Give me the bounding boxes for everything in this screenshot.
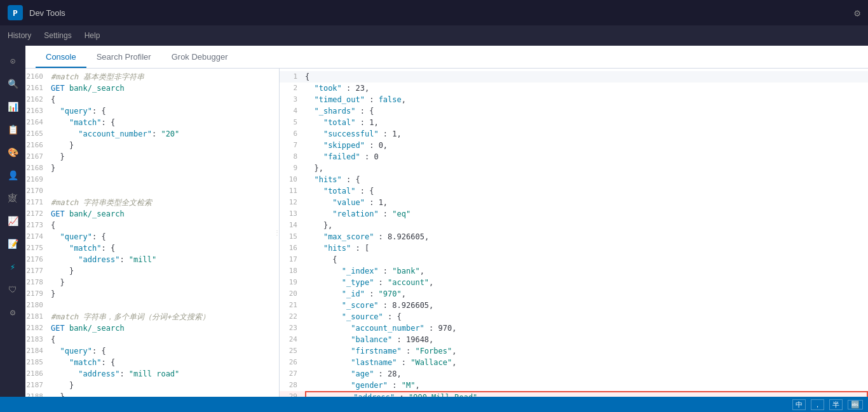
table-row: 10 "hits" : { [280,174,868,185]
table-row: 19 "_type" : "account", [280,277,868,288]
table-row: 18 "_index" : "bank", [280,265,868,277]
sidebar-icon-logs[interactable]: 📝 [3,234,23,254]
table-row: 2182 GET bank/_search [25,322,279,334]
table-row: 2176 "address": "mill" [25,254,279,265]
menu-bar: History Settings Help [0,25,868,46]
table-row: 4 "_shards" : { [280,105,868,117]
sidebar-icon-user[interactable]: 👤 [3,165,23,185]
table-row: 2174 "query": { [25,231,279,243]
table-row: 2183 { [25,334,279,345]
table-row: 11 "total" : { [280,185,868,197]
table-row: 1 { [280,71,868,83]
sidebar: ⊙ 🔍 📊 📋 🎨 👤 🕸 📈 📝 ⚡ 🛡 ⚙ [0,46,25,397]
table-row: 2163 "query": { [25,105,279,117]
sidebar-icon-apm[interactable]: 📈 [3,211,23,231]
tab-search-profiler[interactable]: Search Profiler [86,47,161,68]
table-row: 2162 { [25,94,279,105]
sidebar-icon-graph[interactable]: 🕸 [3,188,23,208]
table-row: 29 "address" : "990 Mill Road", [280,391,868,397]
table-row: 26 "lastname" : "Wallace", [280,357,868,368]
table-row: 2173 { [25,220,279,231]
table-row: 14 }, [280,220,868,231]
sidebar-icon-docs[interactable]: 📋 [3,119,23,140]
status-text[interactable]: 🔤 [848,400,863,409]
menu-help[interactable]: Help [85,29,100,43]
table-row: 2165 "account_number": "20" [25,128,279,140]
table-row: 2184 "query": { [25,345,279,357]
table-row: 27 "age" : 28, [280,368,868,380]
table-row: 2186 "address": "mill road" [25,368,279,380]
table-row: 5 "total" : 1, [280,117,868,128]
table-row: 2180 [25,300,279,311]
table-row: 2166 } [25,140,279,151]
status-comma[interactable]: ， [811,399,824,410]
table-row: 8 "failed" : 0 [280,151,868,163]
table-row: 2185 "match": { [25,357,279,368]
tab-console[interactable]: Console [36,47,86,68]
table-row: 16 "hits" : [ [280,243,868,254]
tab-grok-debugger[interactable]: Grok Debugger [161,47,238,68]
table-row: 2171 #match 字符串类型全文检索 [25,197,279,208]
sidebar-icon-shield[interactable]: 🛡 [3,279,23,300]
status-bar: 中 ， 半 🔤 [0,397,868,412]
table-row: 2177 } [25,265,279,277]
status-half[interactable]: 半 [829,399,843,410]
app-title: Dev Tools [29,8,65,18]
table-row: 7 "skipped" : 0, [280,140,868,151]
table-row: 23 "account_number" : 970, [280,322,868,334]
table-row: 2187 } [25,380,279,391]
table-row: 2161 GET bank/_search [25,83,279,94]
sidebar-icon-canvas[interactable]: 🎨 [3,142,23,163]
top-bar: P Dev Tools ⚙ [0,0,868,25]
table-row: 9 }, [280,163,868,174]
sidebar-icon-devtools[interactable]: ⚡ [3,256,23,277]
table-row: 2172 GET bank/_search [25,208,279,220]
left-editor-pane[interactable]: 2160 #match 基本类型非字符串 2161 GET bank/_sear… [25,69,280,397]
table-row: 25 "firstname" : "Forbes", [280,345,868,357]
table-row: 17 { [280,254,868,265]
table-row: 15 "max_score" : 8.926605, [280,231,868,243]
menu-history[interactable]: History [8,29,31,43]
table-row: 21 "_score" : 8.926605, [280,300,868,311]
table-row: 2178 } [25,277,279,288]
main-layout: ⊙ 🔍 📊 📋 🎨 👤 🕸 📈 📝 ⚡ 🛡 ⚙ Console Search P… [0,46,868,397]
table-row: 2168 } [25,163,279,174]
app-logo: P [8,5,23,20]
table-row: 6 "successful" : 1, [280,128,868,140]
table-row: 2181 #match 字符串，多个单词（分词+全文搜索） [25,311,279,322]
right-editor-pane[interactable]: 1 { 2 "took" : 23, 3 "timed_out" : false… [280,69,868,397]
sidebar-icon-search[interactable]: 🔍 [3,74,23,94]
table-row: 2175 "match": { [25,243,279,254]
sidebar-icon-settings[interactable]: ⚙ [3,302,23,322]
tab-bar: Console Search Profiler Grok Debugger [25,46,868,69]
table-row: 13 "relation" : "eq" [280,208,868,220]
table-row: 28 "gender" : "M", [280,380,868,391]
table-row: 2169 [25,174,279,185]
settings-icon[interactable]: ⚙ [854,7,860,19]
table-row: 24 "balance" : 19648, [280,334,868,345]
status-chinese[interactable]: 中 [792,399,806,410]
table-row: 22 "_source" : { [280,311,868,322]
table-row: 2188 } [25,391,279,397]
table-row: 2167 } [25,151,279,163]
sidebar-icon-home[interactable]: ⊙ [3,51,23,71]
table-row: 2164 "match": { [25,117,279,128]
left-code-lines: 2160 #match 基本类型非字符串 2161 GET bank/_sear… [25,69,279,397]
table-row: 3 "timed_out" : false, [280,94,868,105]
resize-handle[interactable]: ⋮ [275,223,279,243]
table-row: 2179 } [25,288,279,300]
table-row: 2160 #match 基本类型非字符串 [25,71,279,83]
editor-layout: 2160 #match 基本类型非字符串 2161 GET bank/_sear… [25,69,868,397]
content-area: Console Search Profiler Grok Debugger 21… [25,46,868,397]
table-row: 2 "took" : 23, [280,83,868,94]
table-row: 2170 [25,185,279,197]
menu-settings[interactable]: Settings [44,29,71,43]
sidebar-icon-dashboard[interactable]: 📊 [3,96,23,117]
right-code-lines: 1 { 2 "took" : 23, 3 "timed_out" : false… [280,69,868,397]
table-row: 20 "_id" : "970", [280,288,868,300]
table-row: 12 "value" : 1, [280,197,868,208]
